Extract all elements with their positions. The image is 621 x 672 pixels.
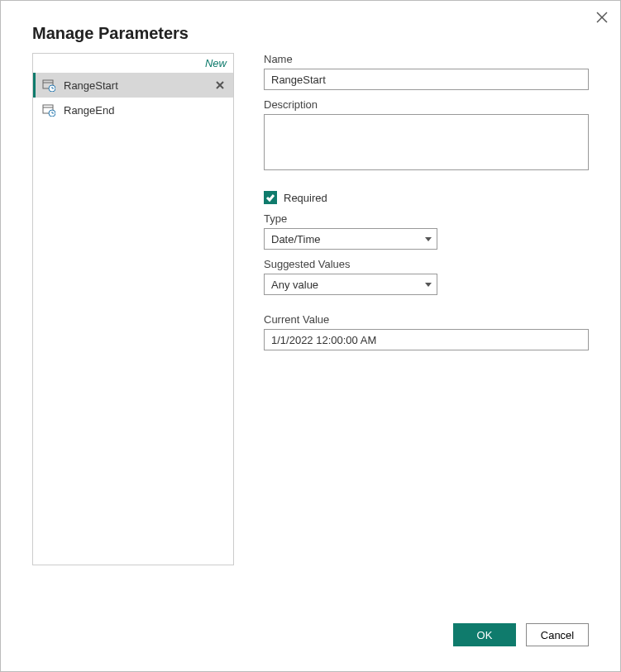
dialog-title: Manage Parameters bbox=[1, 1, 620, 53]
manage-parameters-dialog: Manage Parameters New RangeStart bbox=[0, 0, 621, 672]
required-label: Required bbox=[284, 192, 327, 204]
new-parameter-link[interactable]: New bbox=[33, 54, 233, 73]
parameter-icon bbox=[42, 79, 55, 92]
name-label: Name bbox=[264, 53, 589, 65]
parameter-item-rangestart[interactable]: RangeStart bbox=[33, 73, 233, 98]
type-select-value: Date/Time bbox=[271, 233, 425, 245]
parameter-list: New RangeStart bbox=[32, 53, 234, 565]
name-input[interactable] bbox=[264, 69, 589, 90]
current-value-label: Current Value bbox=[264, 313, 589, 326]
suggested-values-label: Suggested Values bbox=[264, 258, 589, 270]
dialog-footer: OK Cancel bbox=[453, 623, 589, 646]
close-icon[interactable] bbox=[594, 9, 610, 26]
ok-button[interactable]: OK bbox=[453, 623, 516, 646]
type-select[interactable]: Date/Time bbox=[264, 228, 437, 250]
parameter-item-rangeend[interactable]: RangeEnd bbox=[33, 98, 233, 122]
parameter-form: Name Description Required Type Date/Time… bbox=[264, 53, 589, 565]
parameter-item-label: RangeStart bbox=[64, 79, 213, 92]
chevron-down-icon bbox=[425, 283, 432, 287]
type-label: Type bbox=[264, 212, 589, 225]
cancel-button[interactable]: Cancel bbox=[526, 623, 589, 646]
description-input[interactable] bbox=[264, 114, 589, 170]
suggested-values-select[interactable]: Any value bbox=[264, 274, 437, 295]
delete-parameter-icon[interactable] bbox=[213, 79, 227, 92]
required-checkbox[interactable] bbox=[264, 191, 277, 204]
parameter-icon bbox=[42, 103, 55, 117]
current-value-input[interactable] bbox=[264, 329, 589, 350]
chevron-down-icon bbox=[425, 237, 432, 241]
suggested-values-select-value: Any value bbox=[271, 279, 425, 291]
parameter-item-label: RangeEnd bbox=[64, 104, 227, 117]
description-label: Description bbox=[264, 98, 589, 111]
